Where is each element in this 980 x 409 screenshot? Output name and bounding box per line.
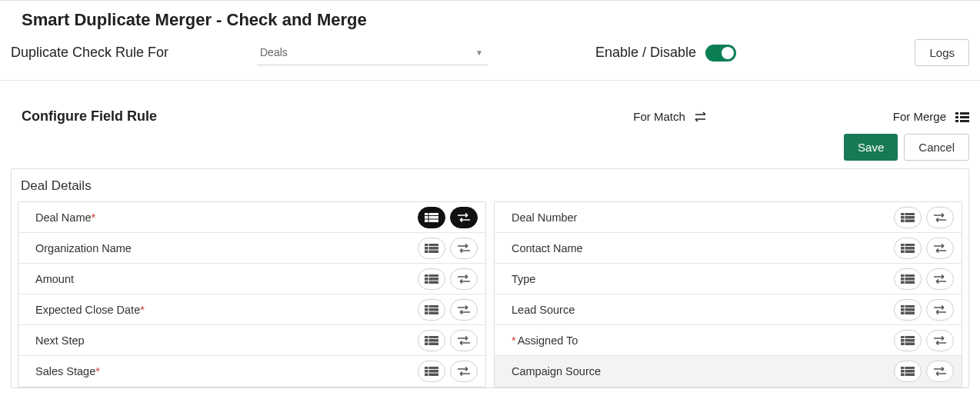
svg-rect-46 bbox=[901, 220, 904, 222]
svg-rect-17 bbox=[429, 251, 438, 253]
merge-toggle[interactable] bbox=[894, 361, 922, 382]
match-toggle[interactable] bbox=[450, 207, 478, 228]
svg-rect-6 bbox=[425, 213, 428, 215]
enable-label: Enable / Disable bbox=[595, 45, 696, 61]
match-toggle[interactable] bbox=[450, 330, 478, 351]
svg-rect-49 bbox=[905, 244, 915, 246]
logs-button[interactable]: Logs bbox=[915, 39, 969, 66]
svg-rect-9 bbox=[429, 216, 438, 218]
field-label: Deal Name* bbox=[35, 211, 418, 224]
svg-rect-69 bbox=[905, 339, 915, 341]
merge-toggle[interactable] bbox=[894, 268, 922, 290]
svg-rect-11 bbox=[429, 220, 438, 222]
match-toggle[interactable] bbox=[450, 361, 478, 382]
field-label: Lead Source bbox=[512, 304, 894, 316]
svg-rect-48 bbox=[901, 244, 904, 246]
match-toggle[interactable] bbox=[450, 299, 478, 321]
merge-toggle[interactable] bbox=[894, 330, 922, 351]
match-toggle[interactable] bbox=[926, 361, 954, 382]
svg-rect-10 bbox=[425, 220, 428, 222]
svg-rect-31 bbox=[429, 336, 438, 338]
svg-rect-60 bbox=[901, 305, 904, 308]
svg-rect-5 bbox=[960, 120, 969, 122]
svg-rect-75 bbox=[905, 371, 915, 373]
merge-toggle[interactable] bbox=[418, 299, 445, 321]
swap-icon bbox=[695, 111, 708, 122]
svg-rect-8 bbox=[425, 216, 428, 218]
svg-rect-43 bbox=[905, 213, 915, 215]
svg-rect-64 bbox=[901, 312, 904, 314]
svg-rect-25 bbox=[429, 305, 438, 308]
svg-rect-72 bbox=[901, 367, 904, 369]
svg-rect-77 bbox=[905, 374, 915, 376]
svg-rect-1 bbox=[960, 112, 969, 115]
svg-rect-42 bbox=[901, 213, 904, 215]
match-toggle[interactable] bbox=[450, 268, 478, 290]
svg-rect-13 bbox=[429, 244, 438, 246]
svg-rect-65 bbox=[905, 312, 915, 314]
svg-rect-54 bbox=[901, 274, 904, 277]
cancel-button[interactable]: Cancel bbox=[904, 134, 969, 161]
svg-rect-63 bbox=[905, 308, 915, 311]
merge-toggle[interactable] bbox=[418, 361, 445, 382]
svg-rect-36 bbox=[425, 367, 428, 369]
svg-rect-38 bbox=[425, 371, 428, 373]
svg-rect-58 bbox=[901, 281, 904, 284]
save-button[interactable]: Save bbox=[844, 134, 898, 161]
merge-toggle[interactable] bbox=[894, 207, 922, 228]
svg-rect-57 bbox=[905, 278, 915, 280]
svg-rect-62 bbox=[901, 308, 904, 311]
match-toggle[interactable] bbox=[926, 207, 954, 228]
svg-rect-7 bbox=[429, 213, 438, 215]
field-label: Campaign Source bbox=[512, 365, 894, 377]
merge-toggle[interactable] bbox=[418, 330, 445, 351]
field-label: Deal Number bbox=[512, 211, 894, 224]
configure-title: Configure Field Rule bbox=[22, 108, 633, 125]
match-toggle[interactable] bbox=[926, 238, 954, 259]
merge-toggle[interactable] bbox=[894, 238, 922, 259]
svg-rect-29 bbox=[429, 312, 438, 314]
rule-for-label: Duplicate Check Rule For bbox=[11, 45, 257, 61]
svg-rect-73 bbox=[905, 367, 915, 369]
merge-toggle[interactable] bbox=[418, 238, 445, 259]
svg-rect-52 bbox=[901, 251, 904, 253]
field-row: *Assigned To bbox=[495, 325, 962, 356]
svg-rect-2 bbox=[955, 116, 958, 118]
svg-rect-50 bbox=[901, 247, 904, 249]
field-label: Amount bbox=[35, 273, 418, 285]
merge-toggle[interactable] bbox=[894, 299, 922, 321]
match-toggle[interactable] bbox=[926, 330, 954, 351]
panel-title: Deal Details bbox=[12, 169, 968, 201]
enable-toggle[interactable] bbox=[705, 45, 736, 62]
module-select[interactable] bbox=[257, 41, 488, 65]
svg-rect-41 bbox=[429, 374, 438, 376]
svg-rect-28 bbox=[425, 312, 428, 314]
svg-rect-30 bbox=[425, 336, 428, 338]
svg-rect-70 bbox=[901, 343, 904, 345]
match-toggle[interactable] bbox=[926, 299, 954, 321]
svg-rect-14 bbox=[425, 247, 428, 249]
svg-rect-12 bbox=[425, 244, 428, 246]
match-toggle[interactable] bbox=[450, 238, 478, 259]
svg-rect-20 bbox=[425, 278, 428, 280]
field-row: Sales Stage* bbox=[18, 356, 485, 387]
field-label: Organization Name bbox=[35, 242, 418, 254]
merge-toggle[interactable] bbox=[418, 268, 445, 290]
svg-rect-76 bbox=[901, 374, 904, 376]
field-row: Type bbox=[495, 264, 962, 294]
svg-rect-4 bbox=[955, 120, 958, 122]
field-row: Next Step bbox=[18, 325, 485, 356]
svg-rect-45 bbox=[905, 216, 915, 218]
match-toggle[interactable] bbox=[926, 268, 954, 290]
svg-rect-74 bbox=[901, 371, 904, 373]
svg-rect-40 bbox=[425, 374, 428, 376]
svg-rect-21 bbox=[429, 278, 438, 280]
field-row: Expected Close Date* bbox=[18, 294, 485, 325]
svg-rect-71 bbox=[905, 343, 915, 345]
field-label: Contact Name bbox=[512, 242, 894, 254]
for-merge-label: For Merge bbox=[893, 110, 946, 123]
svg-rect-18 bbox=[425, 274, 428, 277]
svg-rect-26 bbox=[425, 308, 428, 311]
merge-toggle[interactable] bbox=[418, 207, 445, 228]
field-label: Sales Stage* bbox=[35, 365, 418, 377]
